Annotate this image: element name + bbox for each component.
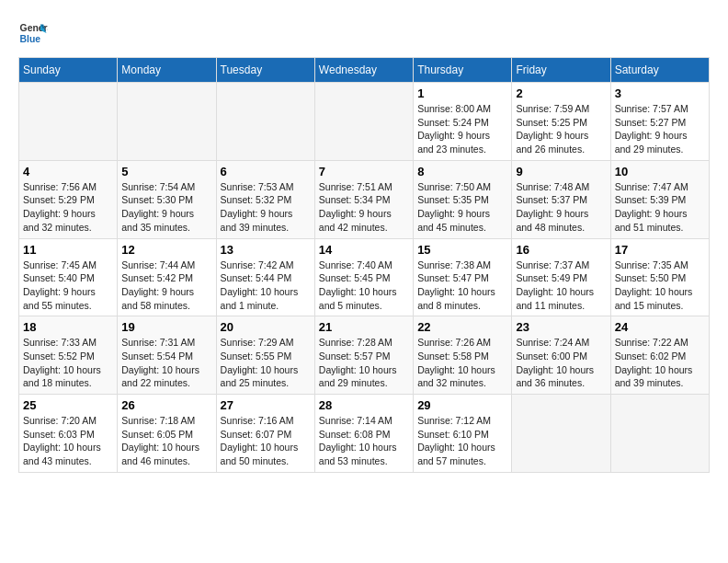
day-number: 3 [615,86,705,100]
daylight-text: Daylight: 9 hours and 32 minutes. [23,208,96,233]
day-cell: 29 Sunrise: 7:12 AM Sunset: 6:10 PM Dayl… [414,395,512,473]
sunset-text: Sunset: 5:25 PM [516,117,587,128]
day-info: Sunrise: 7:28 AM Sunset: 5:57 PM Dayligh… [319,336,409,390]
day-cell: 10 Sunrise: 7:47 AM Sunset: 5:39 PM Dayl… [610,160,709,238]
sunset-text: Sunset: 6:08 PM [319,429,391,440]
day-cell [118,83,216,161]
day-info: Sunrise: 7:37 AM Sunset: 5:49 PM Dayligh… [516,259,606,313]
week-row-2: 4 Sunrise: 7:56 AM Sunset: 5:29 PM Dayli… [19,160,710,238]
page-header: General Blue [18,18,710,48]
day-cell: 16 Sunrise: 7:37 AM Sunset: 5:49 PM Dayl… [512,238,610,316]
sunrise-text: Sunrise: 7:56 AM [23,181,97,192]
day-info: Sunrise: 7:20 AM Sunset: 6:03 PM Dayligh… [23,414,113,468]
daylight-text: Daylight: 10 hours and 8 minutes. [417,286,495,311]
sunset-text: Sunset: 5:39 PM [615,194,687,205]
sunrise-text: Sunrise: 7:53 AM [221,181,294,192]
day-number: 14 [319,243,409,257]
sunrise-text: Sunrise: 7:16 AM [221,415,294,426]
sunset-text: Sunset: 5:52 PM [23,350,95,362]
day-number: 7 [319,165,409,178]
daylight-text: Daylight: 10 hours and 5 minutes. [319,286,397,311]
day-number: 6 [221,165,311,178]
day-info: Sunrise: 7:35 AM Sunset: 5:50 PM Dayligh… [615,259,705,313]
day-cell: 27 Sunrise: 7:16 AM Sunset: 6:07 PM Dayl… [216,395,314,473]
daylight-text: Daylight: 9 hours and 55 minutes. [23,286,96,311]
day-info: Sunrise: 7:33 AM Sunset: 5:52 PM Dayligh… [23,336,113,390]
day-cell: 25 Sunrise: 7:20 AM Sunset: 6:03 PM Dayl… [19,395,118,473]
day-cell: 8 Sunrise: 7:50 AM Sunset: 5:35 PM Dayli… [414,160,512,238]
day-cell: 11 Sunrise: 7:45 AM Sunset: 5:40 PM Dayl… [19,238,118,316]
sunset-text: Sunset: 6:05 PM [121,429,193,440]
sunrise-text: Sunrise: 7:45 AM [23,259,97,270]
day-info: Sunrise: 7:22 AM Sunset: 6:02 PM Dayligh… [615,336,705,390]
daylight-text: Daylight: 9 hours and 29 minutes. [615,130,688,155]
sunset-text: Sunset: 5:37 PM [516,194,587,205]
day-cell: 13 Sunrise: 7:42 AM Sunset: 5:44 PM Dayl… [216,238,314,316]
daylight-text: Daylight: 10 hours and 18 minutes. [23,364,101,389]
daylight-text: Daylight: 10 hours and 11 minutes. [516,286,594,311]
day-info: Sunrise: 7:31 AM Sunset: 5:54 PM Dayligh… [121,336,211,390]
week-row-4: 18 Sunrise: 7:33 AM Sunset: 5:52 PM Dayl… [19,316,710,395]
sunrise-text: Sunrise: 7:35 AM [615,259,688,270]
day-cell: 20 Sunrise: 7:29 AM Sunset: 5:55 PM Dayl… [216,316,314,395]
sunrise-text: Sunrise: 7:42 AM [221,259,294,270]
sunrise-text: Sunrise: 7:40 AM [319,259,392,270]
sunrise-text: Sunrise: 7:57 AM [615,103,688,114]
sunrise-text: Sunrise: 7:22 AM [615,337,688,348]
sunrise-text: Sunrise: 8:00 AM [417,103,491,114]
day-number: 8 [417,165,507,178]
day-number: 17 [615,243,705,257]
sunset-text: Sunset: 5:55 PM [221,350,292,362]
day-number: 10 [615,165,705,178]
sunset-text: Sunset: 5:35 PM [417,194,489,205]
sunset-text: Sunset: 5:32 PM [221,194,292,205]
day-info: Sunrise: 7:45 AM Sunset: 5:40 PM Dayligh… [23,259,113,313]
week-row-5: 25 Sunrise: 7:20 AM Sunset: 6:03 PM Dayl… [19,395,710,473]
weekday-header-tuesday: Tuesday [216,58,314,83]
day-cell: 24 Sunrise: 7:22 AM Sunset: 6:02 PM Dayl… [610,316,709,395]
day-number: 11 [23,243,113,257]
day-info: Sunrise: 7:47 AM Sunset: 5:39 PM Dayligh… [615,180,705,235]
daylight-text: Daylight: 10 hours and 46 minutes. [121,442,199,466]
day-number: 16 [516,243,606,257]
sunset-text: Sunset: 5:57 PM [319,350,391,362]
day-cell: 22 Sunrise: 7:26 AM Sunset: 5:58 PM Dayl… [414,316,512,395]
day-number: 28 [319,398,409,412]
sunrise-text: Sunrise: 7:24 AM [516,337,589,348]
sunset-text: Sunset: 5:54 PM [121,350,193,362]
daylight-text: Daylight: 10 hours and 50 minutes. [221,442,299,466]
sunrise-text: Sunrise: 7:38 AM [417,259,491,270]
day-info: Sunrise: 7:56 AM Sunset: 5:29 PM Dayligh… [23,180,113,235]
sunset-text: Sunset: 5:42 PM [121,272,193,283]
sunset-text: Sunset: 5:47 PM [417,272,489,283]
day-cell: 9 Sunrise: 7:48 AM Sunset: 5:37 PM Dayli… [512,160,610,238]
day-number: 2 [516,86,606,100]
day-number: 29 [417,398,507,412]
day-info: Sunrise: 7:12 AM Sunset: 6:10 PM Dayligh… [417,414,507,468]
day-cell: 17 Sunrise: 7:35 AM Sunset: 5:50 PM Dayl… [610,238,709,316]
svg-text:Blue: Blue [20,34,41,44]
sunrise-text: Sunrise: 7:37 AM [516,259,589,270]
day-cell: 6 Sunrise: 7:53 AM Sunset: 5:32 PM Dayli… [216,160,314,238]
sunset-text: Sunset: 5:44 PM [221,272,292,283]
daylight-text: Daylight: 10 hours and 43 minutes. [23,442,101,466]
weekday-header-thursday: Thursday [414,58,512,83]
day-cell: 5 Sunrise: 7:54 AM Sunset: 5:30 PM Dayli… [118,160,216,238]
daylight-text: Daylight: 9 hours and 26 minutes. [516,130,588,155]
day-number: 24 [615,320,705,334]
daylight-text: Daylight: 10 hours and 25 minutes. [221,364,299,389]
day-info: Sunrise: 8:00 AM Sunset: 5:24 PM Dayligh… [417,102,507,156]
logo: General Blue [18,18,48,48]
sunset-text: Sunset: 5:30 PM [121,194,193,205]
day-info: Sunrise: 7:51 AM Sunset: 5:34 PM Dayligh… [319,180,409,235]
day-info: Sunrise: 7:54 AM Sunset: 5:30 PM Dayligh… [121,180,211,235]
daylight-text: Daylight: 10 hours and 1 minute. [221,286,299,311]
day-cell: 14 Sunrise: 7:40 AM Sunset: 5:45 PM Dayl… [314,238,413,316]
day-info: Sunrise: 7:14 AM Sunset: 6:08 PM Dayligh… [319,414,409,468]
daylight-text: Daylight: 9 hours and 58 minutes. [121,286,194,311]
day-cell: 15 Sunrise: 7:38 AM Sunset: 5:47 PM Dayl… [414,238,512,316]
sunrise-text: Sunrise: 7:47 AM [615,181,688,192]
sunrise-text: Sunrise: 7:18 AM [121,415,195,426]
day-number: 19 [121,320,211,334]
daylight-text: Daylight: 10 hours and 22 minutes. [121,364,199,389]
